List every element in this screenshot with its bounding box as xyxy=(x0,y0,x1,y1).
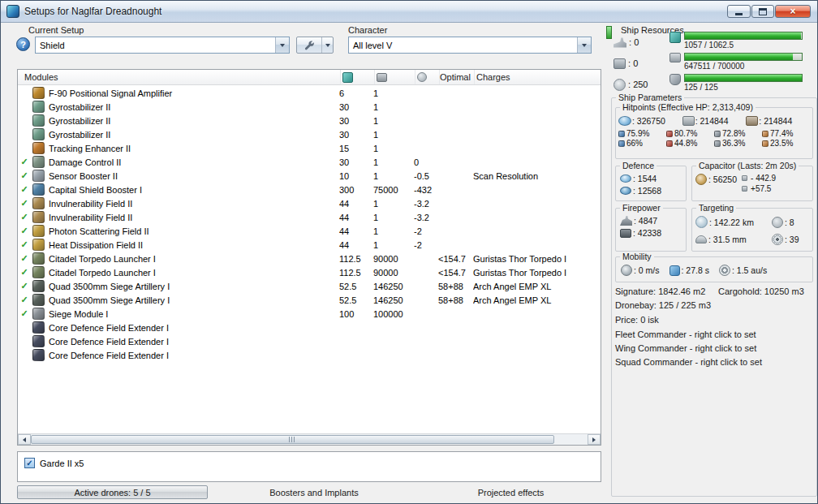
module-type-icon xyxy=(32,142,45,154)
shield-hp-value: 326750 xyxy=(632,116,665,126)
maximize-button[interactable] xyxy=(751,5,774,18)
character-select[interactable]: All level V xyxy=(348,37,592,54)
minimize-button[interactable] xyxy=(727,5,751,18)
module-type-icon xyxy=(32,239,45,251)
module-name: Quad 3500mm Siege Artillery I xyxy=(49,295,339,305)
module-row[interactable]: Gyrostabilizer II 30 1 xyxy=(18,114,601,127)
module-active-check-icon: ✓ xyxy=(18,308,31,319)
module-active-check-icon: ✓ xyxy=(18,267,31,278)
module-name: Citadel Torpedo Launcher I xyxy=(49,254,339,264)
dronebay-bar-fill xyxy=(685,75,802,81)
scrollbar-thumb[interactable] xyxy=(31,435,554,444)
horizontal-scrollbar[interactable] xyxy=(18,433,601,445)
powergrid-column-header[interactable] xyxy=(375,70,415,84)
dronebay-bar xyxy=(684,74,803,82)
module-row[interactable]: ✓ Quad 3500mm Siege Artillery I 52.5 146… xyxy=(18,293,601,307)
targeting-range-value: 142.22 km xyxy=(709,218,754,227)
powergrid-usage-text: 647511 / 700000 xyxy=(684,62,803,71)
optimal-column-header[interactable]: Optimal xyxy=(440,70,475,84)
current-setup-dropdown-button[interactable] xyxy=(275,37,289,53)
scrollbar-track[interactable] xyxy=(31,434,588,445)
max-targets-value: 8 xyxy=(785,218,794,227)
capacitor-column-header[interactable] xyxy=(415,70,440,84)
modules-column-header[interactable]: Modules xyxy=(18,70,341,84)
module-row[interactable]: ✓ Sensor Booster II 10 1 -0.5 Scan Resol… xyxy=(18,169,601,183)
module-icon-cell xyxy=(31,294,49,306)
module-name: Tracking Enhancer II xyxy=(49,144,339,153)
module-type-icon xyxy=(32,335,45,347)
scroll-left-button[interactable] xyxy=(18,434,31,445)
targeting-box: Targeting 142.22 km 8 31.5 mm 39 xyxy=(691,208,813,252)
cpu-column-header[interactable] xyxy=(341,70,375,84)
module-row[interactable]: ✓ Photon Scattering Field II 44 1 -2 xyxy=(18,224,601,238)
module-row[interactable]: ✓ Quad 3500mm Siege Artillery I 52.5 146… xyxy=(18,279,601,293)
module-cpu-value: 30 xyxy=(339,130,373,140)
module-row[interactable]: Core Defence Field Extender I xyxy=(18,321,601,334)
tools-dropdown-button[interactable] xyxy=(321,37,333,53)
module-type-icon xyxy=(32,183,45,196)
module-row[interactable]: ✓ Citadel Torpedo Launcher I 112.5 90000… xyxy=(18,252,601,265)
module-row[interactable]: ✓ Invulnerability Field II 44 1 -3.2 xyxy=(18,196,601,210)
armor-resist-value: 23.5% xyxy=(770,139,793,148)
setup-tools-button[interactable] xyxy=(296,37,334,54)
cap-drain-value: - 442.9 xyxy=(751,174,776,183)
shield-recharge-value: 1544 xyxy=(633,174,657,183)
close-button[interactable]: × xyxy=(775,5,811,18)
capacitor-icon xyxy=(695,174,707,185)
window-title: Setups for Naglfar Dreadnought xyxy=(24,6,161,17)
tab-projected-effects[interactable]: Projected effects xyxy=(420,485,601,499)
module-row[interactable]: Core Defence Field Extender I xyxy=(18,334,601,348)
current-setup-select[interactable]: Shield xyxy=(35,37,290,54)
module-row[interactable]: ✓ Invulnerability Field II 44 1 -3.2 xyxy=(18,210,601,224)
module-row[interactable]: ✓ Siege Module I 100 100000 xyxy=(18,307,601,321)
module-icon-cell xyxy=(31,280,49,292)
module-row[interactable]: Gyrostabilizer II 30 1 xyxy=(18,100,601,114)
scroll-right-button[interactable] xyxy=(588,434,601,445)
module-row[interactable]: Gyrostabilizer II 30 1 xyxy=(18,127,601,141)
hitpoints-title: Hitpoints (Effective HP: 2,313,409) xyxy=(620,102,756,112)
damage-type-icon xyxy=(666,140,673,147)
module-charge-name: Scan Resolution xyxy=(473,171,601,181)
module-icon-cell xyxy=(31,114,49,127)
squad-commander-info[interactable]: Squad Commander - right click to set xyxy=(615,357,762,367)
module-row[interactable]: Tracking Enhancer II 15 1 xyxy=(18,141,601,155)
dronebay-icon xyxy=(669,74,681,85)
help-button[interactable]: ? xyxy=(16,37,30,51)
turret-slots-value: 0 xyxy=(629,37,639,47)
targeting-range-icon xyxy=(695,216,708,228)
drone-active-checkbox[interactable]: ✓ xyxy=(24,458,35,468)
module-type-icon xyxy=(32,280,45,292)
module-row[interactable]: ✓ Heat Dissipation Field II 44 1 -2 xyxy=(18,238,601,252)
module-charge-name: Guristas Thor Torpedo I xyxy=(473,254,601,264)
module-row[interactable]: ✓ Damage Control II 30 1 0 xyxy=(18,155,601,169)
module-row[interactable]: ✓ Citadel Torpedo Launcher I 112.5 90000… xyxy=(18,265,601,279)
wing-commander-info[interactable]: Wing Commander - right click to set xyxy=(615,343,756,353)
module-optimal-value: <154.7 xyxy=(438,254,473,264)
module-type-icon xyxy=(32,349,45,361)
powergrid-bar xyxy=(684,53,803,61)
module-row[interactable]: ✓ Capital Shield Booster I 300 75000 -43… xyxy=(18,183,601,196)
module-row[interactable]: Core Defence Field Extender I xyxy=(18,348,601,362)
module-icon-cell xyxy=(31,170,49,182)
armor-hp-icon xyxy=(682,116,695,126)
speed-value: 0 m/s xyxy=(634,265,660,275)
damage-type-icon xyxy=(762,131,768,137)
module-powergrid-value: 90000 xyxy=(373,268,414,278)
character-dropdown-button[interactable] xyxy=(577,37,591,53)
powergrid-resource: 647511 / 700000 xyxy=(669,53,816,71)
module-row[interactable]: F-90 Positional Signal Amplifier 6 1 xyxy=(18,86,601,100)
tab-active-drones[interactable]: Active drones: 5 / 5 xyxy=(17,485,208,499)
drone-name[interactable]: Garde II x5 xyxy=(40,459,84,468)
shield-resist-value: 72.8% xyxy=(722,129,745,138)
module-cpu-value: 52.5 xyxy=(339,295,373,305)
module-type-icon xyxy=(32,128,45,140)
shield-recharge-icon xyxy=(620,174,631,183)
titlebar[interactable]: Setups for Naglfar Dreadnought × xyxy=(1,1,817,23)
module-cap-value: -2 xyxy=(414,226,438,236)
tab-boosters-implants[interactable]: Boosters and Implants xyxy=(208,485,420,499)
fleet-commander-info[interactable]: Fleet Commander - right click to set xyxy=(615,330,756,339)
module-type-icon xyxy=(32,197,45,209)
charges-column-header[interactable]: Charges xyxy=(475,70,601,84)
module-name: Heat Dissipation Field II xyxy=(49,240,339,250)
dronebay-resource: 125 / 125 xyxy=(669,74,816,92)
